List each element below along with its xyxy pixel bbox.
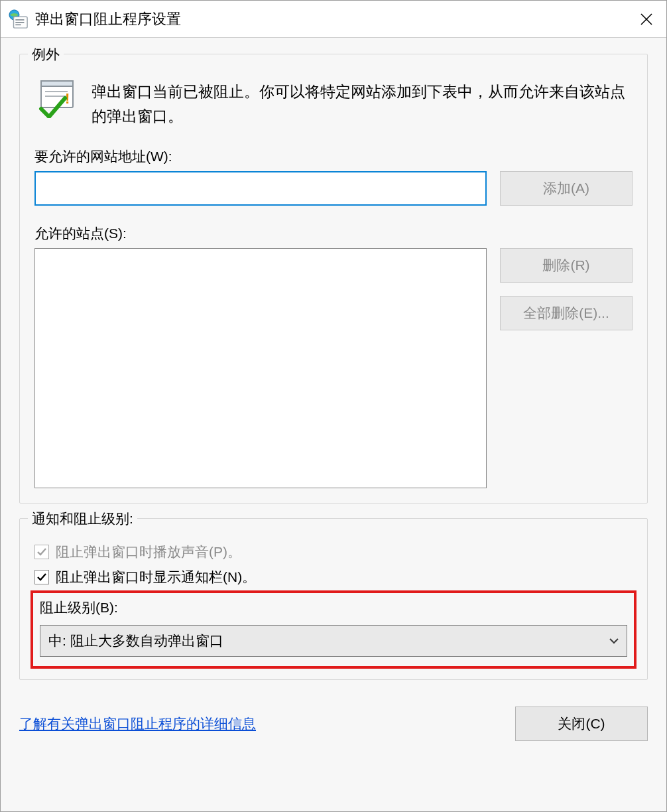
remove-button[interactable]: 删除(R) bbox=[500, 248, 633, 283]
notifications-group: 通知和阻止级别: 阻止弹出窗口时播放声音(P)。 阻止弹出窗口时显示通知栏(N)… bbox=[19, 518, 648, 680]
checkbox-icon bbox=[34, 570, 49, 584]
notifications-legend: 通知和阻止级别: bbox=[28, 509, 137, 528]
dialog-content: 例外 ! 弹出窗口当前已被阻止。你可以将特定网站添加到下表中，从而允许来自该站点… bbox=[1, 38, 666, 811]
exceptions-legend: 例外 bbox=[28, 45, 64, 64]
block-level-value: 中: 阻止大多数自动弹出窗口 bbox=[48, 632, 603, 650]
block-level-highlight: 阻止级别(B): 中: 阻止大多数自动弹出窗口 bbox=[30, 590, 637, 669]
info-page-icon: ! bbox=[37, 78, 77, 118]
add-button[interactable]: 添加(A) bbox=[500, 171, 633, 206]
checkbox-icon bbox=[34, 545, 49, 559]
block-level-dropdown[interactable]: 中: 阻止大多数自动弹出窗口 bbox=[40, 625, 627, 657]
close-icon bbox=[640, 13, 653, 26]
remove-all-button[interactable]: 全部删除(E)... bbox=[500, 296, 633, 330]
popup-blocker-settings-dialog: 弹出窗口阻止程序设置 例外 ! bbox=[0, 0, 667, 812]
info-row: ! 弹出窗口当前已被阻止。你可以将特定网站添加到下表中，从而允许来自该站点的弹出… bbox=[34, 78, 633, 129]
chevron-down-icon bbox=[608, 635, 620, 647]
allowed-sites-listbox[interactable] bbox=[34, 248, 487, 488]
dialog-footer: 了解有关弹出窗口阻止程序的详细信息 关闭(C) bbox=[19, 707, 648, 741]
titlebar: 弹出窗口阻止程序设置 bbox=[1, 1, 666, 38]
allowed-sites-row: 删除(R) 全部删除(E)... bbox=[34, 248, 633, 488]
close-button[interactable]: 关闭(C) bbox=[515, 707, 648, 741]
block-level-label: 阻止级别(B): bbox=[40, 598, 627, 617]
exceptions-group: 例外 ! 弹出窗口当前已被阻止。你可以将特定网站添加到下表中，从而允许来自该站点… bbox=[19, 54, 648, 504]
dialog-title: 弹出窗口阻止程序设置 bbox=[35, 9, 627, 29]
address-input-row: 添加(A) bbox=[34, 171, 633, 206]
app-icon bbox=[9, 9, 29, 29]
allowed-sites-label: 允许的站点(S): bbox=[34, 224, 633, 243]
svg-rect-8 bbox=[41, 81, 73, 86]
list-side-buttons: 删除(R) 全部删除(E)... bbox=[500, 248, 633, 330]
show-bar-checkbox-row[interactable]: 阻止弹出窗口时显示通知栏(N)。 bbox=[34, 568, 633, 586]
info-description: 弹出窗口当前已被阻止。你可以将特定网站添加到下表中，从而允许来自该站点的弹出窗口… bbox=[91, 78, 633, 129]
address-input[interactable] bbox=[34, 171, 487, 206]
show-bar-label: 阻止弹出窗口时显示通知栏(N)。 bbox=[56, 568, 256, 586]
play-sound-checkbox-row[interactable]: 阻止弹出窗口时播放声音(P)。 bbox=[34, 543, 633, 561]
address-label: 要允许的网站地址(W): bbox=[34, 147, 633, 166]
play-sound-label: 阻止弹出窗口时播放声音(P)。 bbox=[56, 543, 241, 561]
learn-more-link[interactable]: 了解有关弹出窗口阻止程序的详细信息 bbox=[19, 714, 256, 733]
close-window-button[interactable] bbox=[627, 1, 666, 38]
